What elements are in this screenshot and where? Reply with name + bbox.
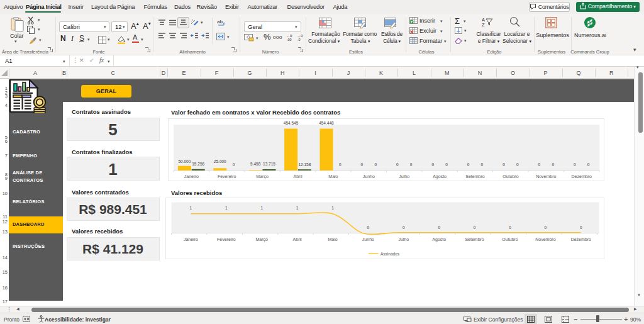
svg-text:Agosto: Agosto <box>433 174 447 179</box>
svg-text:1: 1 <box>225 206 228 210</box>
svg-text:0: 0 <box>587 162 589 167</box>
svg-text:13.715: 13.715 <box>263 162 275 166</box>
svg-text:25.000: 25.000 <box>213 159 226 164</box>
svg-text:0: 0 <box>445 162 448 167</box>
svg-text:Novembro: Novembro <box>536 174 556 179</box>
svg-text:0: 0 <box>396 162 398 167</box>
svg-text:0: 0 <box>545 225 547 230</box>
svg-text:0: 0 <box>509 225 512 230</box>
svg-text:Agosto: Agosto <box>433 237 447 242</box>
svg-text:454.545: 454.545 <box>283 121 298 125</box>
svg-text:Fevereiro: Fevereiro <box>217 174 236 179</box>
svg-text:Setembro: Setembro <box>465 174 484 179</box>
svg-text:0: 0 <box>338 162 341 167</box>
svg-text:Janeiro: Janeiro <box>184 237 198 242</box>
svg-text:15.256: 15.256 <box>192 162 204 166</box>
svg-text:0: 0 <box>367 225 370 230</box>
svg-text:Assinados: Assinados <box>380 252 400 256</box>
svg-text:50.000: 50.000 <box>178 159 191 164</box>
svg-text:Dezembro: Dezembro <box>571 174 591 179</box>
svg-text:Maio: Maio <box>328 237 338 242</box>
svg-text:1: 1 <box>261 206 264 210</box>
svg-text:0: 0 <box>552 162 554 167</box>
svg-text:1: 1 <box>332 206 335 210</box>
svg-text:0: 0 <box>580 225 582 230</box>
svg-text:Outubro: Outubro <box>502 174 518 179</box>
svg-text:5.458: 5.458 <box>250 162 261 166</box>
svg-text:Março: Março <box>256 174 269 179</box>
svg-text:0: 0 <box>232 162 235 167</box>
svg-text:Z: Z <box>482 22 485 26</box>
svg-text:0: 0 <box>431 162 434 167</box>
svg-text:0: 0 <box>402 225 405 230</box>
svg-text:454.448: 454.448 <box>319 121 334 125</box>
svg-text:0: 0 <box>480 162 483 167</box>
svg-text:0: 0 <box>360 162 363 167</box>
svg-text:Julho: Julho <box>399 174 409 179</box>
svg-text:0: 0 <box>467 162 469 167</box>
svg-text:1: 1 <box>190 206 192 210</box>
svg-text:0: 0 <box>573 162 575 167</box>
svg-text:Junho: Junho <box>362 174 374 179</box>
svg-text:12.158: 12.158 <box>298 162 311 167</box>
svg-text:Janeiro: Janeiro <box>184 174 198 179</box>
svg-text:0: 0 <box>374 162 377 167</box>
svg-text:.00: .00 <box>287 38 292 41</box>
svg-text:Junho: Junho <box>362 237 374 242</box>
svg-text:0: 0 <box>438 225 441 230</box>
svg-text:0: 0 <box>538 162 540 167</box>
svg-text:Julho: Julho <box>399 237 409 242</box>
svg-text:Março: Março <box>256 237 269 242</box>
svg-text:Fevereiro: Fevereiro <box>217 237 236 242</box>
svg-text:0: 0 <box>516 162 518 167</box>
svg-text:Dezembro: Dezembro <box>571 237 591 242</box>
svg-text:Novembro: Novembro <box>536 237 556 242</box>
svg-text:Setembro: Setembro <box>465 237 484 242</box>
svg-text:0: 0 <box>502 162 505 167</box>
svg-text:0: 0 <box>474 225 476 230</box>
svg-text:Abril: Abril <box>293 174 302 179</box>
svg-text:.0: .0 <box>297 38 301 41</box>
svg-text:Outubro: Outubro <box>502 237 518 242</box>
svg-text:ab: ab <box>217 19 223 25</box>
svg-text:0: 0 <box>409 162 412 167</box>
svg-text:Abril: Abril <box>293 237 302 242</box>
svg-text:Maio: Maio <box>328 174 338 179</box>
svg-text:1: 1 <box>296 206 299 210</box>
